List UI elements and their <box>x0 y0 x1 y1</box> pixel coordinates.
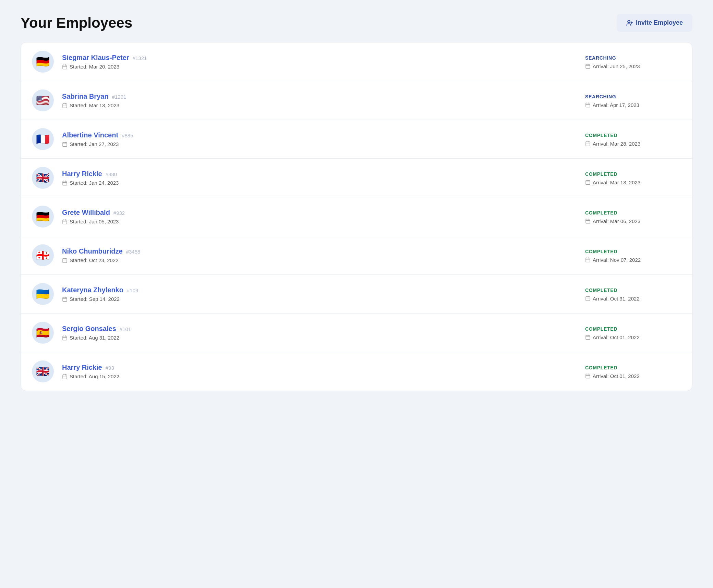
employee-row[interactable]: 🇬🇪 Niko Chumburidze #3458 Started: Oct 2… <box>21 236 692 275</box>
employee-status-section: COMPLETED Arrival: Oct 01, 2022 <box>585 326 681 340</box>
employee-name: Kateryna Zhylenko <box>62 286 123 294</box>
svg-rect-19 <box>63 142 67 146</box>
employee-id: #1321 <box>133 55 147 61</box>
employee-flag-avatar: 🇪🇸 <box>32 322 54 344</box>
employee-id: #880 <box>106 171 117 177</box>
employee-id: #109 <box>127 287 138 293</box>
page-title: Your Employees <box>21 15 132 31</box>
arrival-calendar-icon <box>585 180 591 185</box>
employee-flag-avatar: 🇩🇪 <box>32 51 54 73</box>
employee-row[interactable]: 🇩🇪 Grete Willibald #932 Started: Jan 05,… <box>21 197 692 236</box>
status-badge: COMPLETED <box>585 248 617 255</box>
svg-rect-47 <box>586 258 590 262</box>
employee-name-row: Niko Chumburidze #3458 <box>62 247 585 255</box>
employee-started-date: Started: Jan 24, 2023 <box>62 180 585 186</box>
employee-row[interactable]: 🇬🇧 Harry Rickie #880 Started: Jan 24, 20… <box>21 159 692 197</box>
calendar-icon <box>62 258 68 263</box>
employee-name-row: Albertine Vincent #885 <box>62 131 585 139</box>
arrival-info: Arrival: Oct 01, 2022 <box>585 334 640 340</box>
employee-name-row: Harry Rickie #880 <box>62 170 585 178</box>
employee-name-row: Harry Rickie #93 <box>62 364 585 371</box>
calendar-icon <box>62 374 68 379</box>
employee-info: Albertine Vincent #885 Started: Jan 27, … <box>62 131 585 147</box>
add-user-icon <box>626 20 633 26</box>
calendar-icon <box>62 219 68 224</box>
employee-row[interactable]: 🇩🇪 Siegmar Klaus-Peter #1321 Started: Ma… <box>21 42 692 81</box>
employee-status-section: SEARCHING Arrival: Jun 25, 2023 <box>585 54 681 69</box>
svg-rect-43 <box>63 258 67 262</box>
svg-rect-7 <box>586 64 590 69</box>
employee-status-section: COMPLETED Arrival: Mar 06, 2023 <box>585 209 681 224</box>
employee-id: #3458 <box>126 249 141 255</box>
arrival-calendar-icon <box>585 141 591 146</box>
svg-rect-15 <box>586 103 590 107</box>
svg-rect-63 <box>586 335 590 340</box>
employee-started-date: Started: Jan 05, 2023 <box>62 219 585 224</box>
employee-name-row: Grete Willibald #932 <box>62 209 585 217</box>
employee-info: Grete Willibald #932 Started: Jan 05, 20… <box>62 209 585 224</box>
employee-info: Sabrina Bryan #1291 Started: Mar 13, 202… <box>62 93 585 108</box>
arrival-info: Arrival: Nov 07, 2022 <box>585 257 641 263</box>
svg-rect-71 <box>586 374 590 378</box>
employee-row[interactable]: 🇪🇸 Sergio Gonsales #101 Started: Aug 31,… <box>21 314 692 352</box>
employee-status-section: COMPLETED Arrival: Mar 13, 2023 <box>585 171 681 185</box>
svg-rect-11 <box>63 103 67 108</box>
svg-rect-39 <box>586 219 590 223</box>
svg-rect-35 <box>63 220 67 224</box>
employee-started-date: Started: Mar 13, 2023 <box>62 102 585 108</box>
employee-started-date: Started: Aug 31, 2022 <box>62 335 585 341</box>
arrival-info: Arrival: Oct 31, 2022 <box>585 296 640 302</box>
invite-employee-button[interactable]: Invite Employee <box>617 14 692 32</box>
employee-row[interactable]: 🇬🇧 Harry Rickie #93 Started: Aug 15, 202… <box>21 352 692 391</box>
employee-flag-avatar: 🇬🇪 <box>32 244 54 266</box>
employee-flag-avatar: 🇩🇪 <box>32 206 54 228</box>
employee-name: Siegmar Klaus-Peter <box>62 54 129 62</box>
employee-info: Niko Chumburidze #3458 Started: Oct 23, … <box>62 247 585 263</box>
status-badge: COMPLETED <box>585 326 617 332</box>
employee-row[interactable]: 🇺🇸 Sabrina Bryan #1291 Started: Mar 13, … <box>21 81 692 120</box>
arrival-info: Arrival: Mar 28, 2023 <box>585 141 640 147</box>
calendar-icon <box>62 142 68 147</box>
calendar-icon <box>62 180 68 186</box>
arrival-info: Arrival: Apr 17, 2023 <box>585 102 639 108</box>
employee-name-row: Siegmar Klaus-Peter #1321 <box>62 54 585 62</box>
employee-info: Siegmar Klaus-Peter #1321 Started: Mar 2… <box>62 54 585 70</box>
employees-list: 🇩🇪 Siegmar Klaus-Peter #1321 Started: Ma… <box>21 42 692 391</box>
employee-started-date: Started: Oct 23, 2022 <box>62 257 585 263</box>
employee-status-section: COMPLETED Arrival: Nov 07, 2022 <box>585 248 681 263</box>
arrival-calendar-icon <box>585 63 591 69</box>
employee-id: #93 <box>106 365 114 371</box>
arrival-calendar-icon <box>585 257 591 262</box>
svg-rect-27 <box>63 181 67 185</box>
employee-status-section: COMPLETED Arrival: Oct 31, 2022 <box>585 287 681 302</box>
employee-name-row: Sergio Gonsales #101 <box>62 325 585 333</box>
arrival-calendar-icon <box>585 218 591 224</box>
svg-rect-23 <box>586 142 590 146</box>
employee-started-date: Started: Mar 20, 2023 <box>62 64 585 70</box>
employee-started-date: Started: Sep 14, 2022 <box>62 296 585 302</box>
arrival-info: Arrival: Mar 06, 2023 <box>585 218 640 224</box>
employee-status-section: COMPLETED Arrival: Oct 01, 2022 <box>585 364 681 379</box>
calendar-icon <box>62 335 68 341</box>
employee-name: Harry Rickie <box>62 364 102 371</box>
svg-rect-31 <box>586 181 590 185</box>
svg-rect-59 <box>63 336 67 340</box>
employee-name-row: Kateryna Zhylenko #109 <box>62 286 585 294</box>
status-badge: SEARCHING <box>585 93 616 100</box>
employee-name: Harry Rickie <box>62 170 102 178</box>
arrival-info: Arrival: Jun 25, 2023 <box>585 63 640 69</box>
invite-button-label: Invite Employee <box>636 19 683 26</box>
employee-status-section: COMPLETED Arrival: Mar 28, 2023 <box>585 132 681 147</box>
employee-info: Kateryna Zhylenko #109 Started: Sep 14, … <box>62 286 585 302</box>
employee-name: Niko Chumburidze <box>62 247 123 255</box>
svg-rect-3 <box>63 65 67 69</box>
employee-status-section: SEARCHING Arrival: Apr 17, 2023 <box>585 93 681 108</box>
employee-row[interactable]: 🇺🇦 Kateryna Zhylenko #109 Started: Sep 1… <box>21 275 692 314</box>
employee-info: Harry Rickie #93 Started: Aug 15, 2022 <box>62 364 585 379</box>
status-badge: COMPLETED <box>585 287 617 294</box>
arrival-calendar-icon <box>585 102 591 108</box>
employee-row[interactable]: 🇫🇷 Albertine Vincent #885 Started: Jan 2… <box>21 120 692 159</box>
calendar-icon <box>62 103 68 108</box>
employee-info: Harry Rickie #880 Started: Jan 24, 2023 <box>62 170 585 186</box>
calendar-icon <box>62 64 68 70</box>
